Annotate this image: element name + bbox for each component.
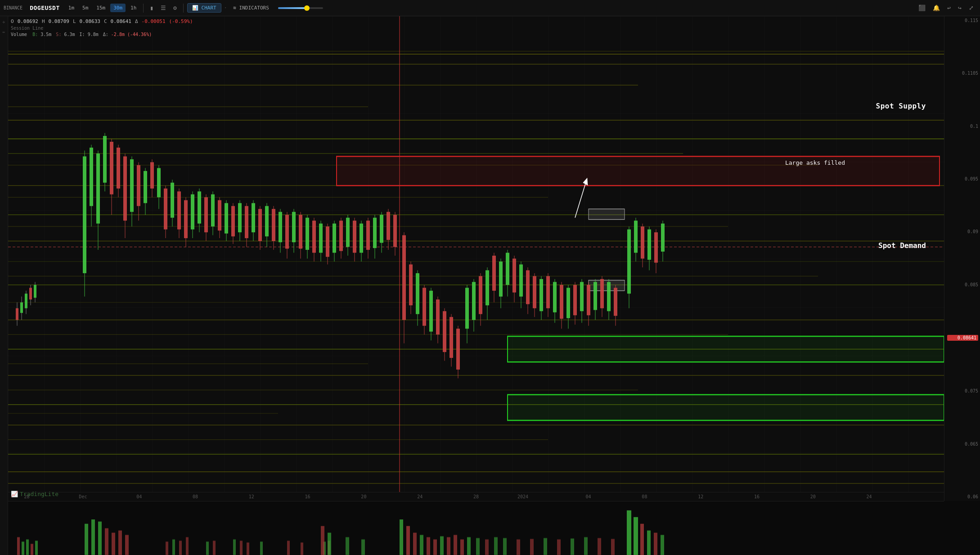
time-tick-12a: 12 [249, 494, 254, 499]
draw-tool-icon[interactable]: ✏ [0, 28, 8, 35]
volume-panel [8, 501, 944, 555]
time-tick-04a: 04 [136, 494, 142, 499]
svg-rect-270 [584, 537, 588, 555]
svg-rect-229 [112, 532, 115, 555]
svg-rect-263 [494, 537, 498, 555]
svg-rect-254 [427, 537, 430, 555]
svg-rect-120 [319, 224, 323, 253]
separator-1 [143, 4, 144, 13]
svg-rect-154 [436, 299, 440, 334]
svg-rect-98 [245, 206, 248, 238]
tf-1h[interactable]: 1h [127, 4, 139, 12]
svg-rect-108 [279, 212, 282, 242]
svg-rect-241 [260, 541, 263, 555]
svg-rect-218 [661, 224, 665, 252]
indicators-label: INDICATORS [239, 5, 269, 11]
svg-rect-160 [456, 329, 460, 370]
svg-rect-36 [508, 395, 944, 420]
svg-rect-134 [366, 221, 370, 250]
svg-rect-150 [423, 288, 426, 325]
svg-rect-226 [91, 519, 95, 555]
svg-rect-210 [634, 221, 638, 253]
tf-15m[interactable]: 15m [93, 4, 108, 12]
volume-s-val: 6.3m [64, 32, 75, 37]
svg-rect-54 [96, 153, 100, 224]
svg-rect-122 [326, 226, 329, 257]
svg-rect-242 [287, 541, 290, 555]
svg-rect-168 [486, 270, 489, 305]
svg-rect-228 [105, 528, 108, 555]
svg-rect-96 [238, 203, 242, 232]
svg-rect-247 [328, 532, 331, 555]
zoom-thumb[interactable] [304, 5, 310, 11]
tf-1m[interactable]: 1m [65, 4, 77, 12]
svg-rect-271 [598, 538, 601, 555]
indicators-button[interactable]: ≋ INDICATORS [229, 4, 272, 12]
svg-rect-158 [450, 317, 453, 358]
high-label: H [42, 18, 45, 24]
brand: 📈 TradingLite [11, 491, 58, 497]
svg-rect-194 [573, 285, 577, 315]
svg-rect-264 [503, 538, 507, 555]
volume-delta-val: -2.8m [111, 32, 125, 37]
volume-delta: Δ: [103, 32, 108, 37]
settings-icon[interactable]: ⚙ [171, 3, 180, 13]
svg-rect-62 [123, 156, 127, 221]
close-value: 0.08641 [111, 18, 131, 24]
svg-rect-136 [373, 218, 377, 248]
brand-name: TradingLite [20, 491, 58, 497]
svg-rect-130 [353, 221, 356, 253]
svg-rect-84 [198, 191, 201, 223]
left-panel: ✛ ✏ [0, 16, 8, 555]
price-axis: 0.115 0.1105 0.1 0.095 0.09 0.085 0.0864… [944, 16, 980, 501]
chart-label: CHART [202, 5, 216, 11]
svg-rect-68 [144, 171, 147, 203]
alert-icon[interactable]: 🔔 [930, 3, 943, 13]
tf-30m[interactable]: 30m [110, 4, 126, 12]
svg-rect-166 [479, 276, 482, 314]
time-tick-12b: 12 [698, 494, 703, 499]
svg-rect-48 [34, 285, 36, 298]
svg-rect-162 [465, 288, 469, 329]
svg-rect-230 [118, 530, 122, 555]
chart-area[interactable]: Spot Supply Spot Demand Large asks fille… [8, 16, 944, 501]
zoom-slider[interactable] [278, 7, 323, 9]
price-tick-4: 0.09 [946, 229, 978, 234]
time-tick-08b: 08 [642, 494, 647, 499]
svg-rect-70 [150, 162, 154, 188]
price-tick-1: 0.1105 [946, 71, 978, 76]
chart-button[interactable]: 📊 CHART [187, 3, 221, 13]
svg-rect-148 [416, 273, 419, 314]
svg-rect-184 [539, 279, 543, 311]
price-tick-3: 0.095 [946, 176, 978, 181]
svg-rect-86 [204, 197, 208, 232]
bar-chart-icon[interactable]: ☰ [158, 3, 169, 13]
undo-icon[interactable]: ↩ [944, 3, 953, 13]
price-bar: O 0.08692 H 0.08709 L 0.08633 C 0.08641 … [9, 17, 944, 26]
expand-icon[interactable]: ⤢ [966, 3, 976, 13]
svg-rect-214 [647, 230, 651, 260]
chart-icon: 📊 [192, 5, 198, 11]
camera-icon[interactable]: ⬛ [916, 3, 928, 13]
svg-rect-206 [614, 288, 617, 316]
svg-rect-223 [31, 544, 33, 555]
svg-rect-278 [661, 535, 664, 555]
svg-rect-50 [83, 156, 86, 273]
svg-rect-76 [171, 183, 174, 218]
svg-rect-239 [240, 541, 243, 555]
svg-rect-110 [285, 215, 289, 248]
time-tick-20b: 20 [810, 494, 816, 499]
svg-rect-116 [306, 218, 309, 250]
high-value: 0.08709 [49, 18, 69, 24]
volume-s: S: [56, 32, 61, 37]
cursor-tool-icon[interactable]: ✛ [0, 18, 8, 25]
volume-label: Volume [11, 32, 27, 37]
svg-rect-146 [409, 264, 413, 305]
volume-i-val: 9.8m [88, 32, 99, 37]
tf-5m[interactable]: 5m [79, 4, 91, 12]
redo-icon[interactable]: ↪ [955, 3, 964, 13]
svg-rect-277 [654, 532, 657, 555]
volume-svg [8, 501, 944, 555]
volume-b: B: [32, 32, 38, 37]
candle-chart-icon[interactable]: ▮ [147, 3, 156, 13]
